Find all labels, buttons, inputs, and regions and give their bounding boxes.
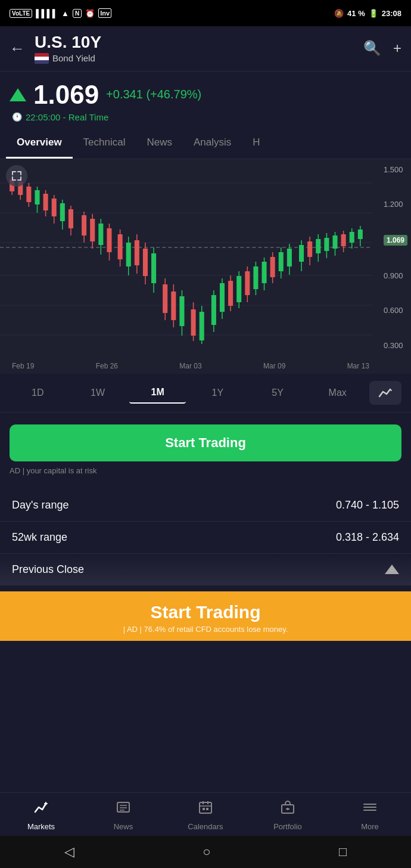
system-home-button[interactable]: ○ — [203, 844, 210, 860]
svg-rect-44 — [171, 292, 176, 320]
nav-more[interactable]: More — [346, 799, 394, 831]
stat-52wk-range: 52wk range 0.318 - 2.634 — [0, 522, 411, 554]
nav-calendars[interactable]: Calendars — [182, 799, 229, 831]
news-icon — [115, 799, 132, 820]
timestamp-text: 22:05:00 - Real Time — [26, 112, 108, 122]
status-left: VoLTE ▌▌▌▌ ▲ N ⏰ Inv — [10, 8, 111, 18]
time-1w-button[interactable]: 1W — [70, 383, 126, 403]
chart-expand-button[interactable] — [6, 165, 27, 187]
svg-line-87 — [390, 389, 391, 390]
instrument-type: Bond Yield — [52, 53, 95, 63]
tab-news[interactable]: News — [136, 128, 183, 159]
svg-rect-72 — [299, 245, 304, 262]
nav-markets[interactable]: Markets — [17, 799, 65, 831]
svg-rect-94 — [200, 802, 211, 813]
clock: 23:08 — [382, 9, 401, 18]
ad-banner-subtitle: | AD | 76.4% of retail CFD accounts lose… — [10, 625, 401, 634]
svg-rect-56 — [228, 281, 233, 306]
news-label: News — [114, 822, 133, 831]
svg-rect-18 — [52, 199, 57, 216]
date-label-mar09: Mar 09 — [263, 362, 285, 370]
tab-overview[interactable]: Overview — [6, 128, 73, 159]
current-price-tag: 1.069 — [384, 235, 407, 246]
tab-bar: Overview Technical News Analysis H — [0, 128, 411, 159]
svg-rect-70 — [287, 249, 292, 266]
add-button[interactable]: + — [393, 40, 401, 57]
price-row: 1.069 +0.341 (+46.79%) — [10, 80, 401, 110]
instrument-subtitle: Bond Yield — [35, 53, 354, 64]
status-right: 🔕 41 % 🔋 23:08 — [334, 9, 401, 18]
price-label-1500: 1.500 — [384, 165, 407, 174]
svg-rect-60 — [245, 271, 250, 295]
chart-type-button[interactable] — [369, 381, 401, 405]
svg-rect-26 — [90, 219, 95, 241]
tab-h[interactable]: H — [242, 128, 270, 159]
system-recent-button[interactable]: □ — [339, 844, 347, 860]
svg-rect-54 — [220, 283, 225, 312]
trading-disclaimer: AD | your capital is at risk — [10, 461, 401, 478]
svg-rect-28 — [98, 224, 103, 245]
calendars-icon — [197, 799, 214, 820]
svg-rect-32 — [118, 234, 123, 259]
svg-rect-36 — [135, 240, 139, 265]
svg-rect-16 — [43, 194, 48, 210]
days-range-value: 0.740 - 1.105 — [336, 499, 399, 512]
chart-price-labels: 1.500 1.200 1.069 0.900 0.600 0.300 — [384, 159, 407, 356]
flag-icon — [35, 53, 49, 64]
svg-rect-50 — [200, 312, 204, 340]
search-button[interactable]: 🔍 — [363, 40, 381, 57]
stat-days-range: Day's range 0.740 - 1.105 — [0, 489, 411, 522]
mute-icon: 🔕 — [334, 9, 344, 18]
alarm-icon: ⏰ — [85, 9, 95, 18]
start-trading-button[interactable]: Start Trading — [10, 424, 401, 461]
ad-banner-title: Start Trading — [10, 602, 401, 622]
svg-rect-12 — [26, 187, 31, 202]
svg-rect-46 — [179, 296, 184, 326]
time-1m-button[interactable]: 1M — [129, 382, 186, 404]
svg-rect-52 — [211, 295, 216, 325]
svg-rect-78 — [324, 238, 329, 251]
start-trading-section: Start Trading AD | your capital is at ri… — [0, 413, 411, 483]
price-up-arrow-icon — [10, 88, 26, 101]
svg-rect-20 — [60, 203, 65, 221]
more-label: More — [361, 822, 379, 831]
system-back-button[interactable]: ◁ — [64, 844, 74, 860]
svg-rect-98 — [203, 808, 205, 810]
tab-analysis[interactable]: Analysis — [183, 128, 242, 159]
svg-rect-68 — [279, 252, 284, 271]
price-timestamp: 🕐 22:05:00 - Real Time — [10, 112, 401, 122]
svg-rect-24 — [82, 215, 86, 235]
time-max-button[interactable]: Max — [309, 383, 366, 403]
back-button[interactable]: ← — [10, 41, 25, 56]
tab-technical[interactable]: Technical — [73, 128, 136, 159]
date-label-feb26: Feb 26 — [96, 362, 118, 370]
date-label-mar13: Mar 13 — [347, 362, 369, 370]
chevron-up-icon — [385, 565, 399, 574]
52wk-range-label: 52wk range — [12, 531, 67, 544]
chart-date-labels: Feb 19 Feb 26 Mar 03 Mar 09 Mar 13 — [12, 362, 369, 370]
price-change: +0.341 (+46.79%) — [106, 88, 201, 101]
52wk-range-value: 0.318 - 2.634 — [336, 531, 399, 544]
stat-previous-close[interactable]: Previous Close — [0, 554, 411, 585]
current-price: 1.069 — [33, 80, 99, 110]
price-label-0600: 0.600 — [384, 306, 407, 315]
svg-rect-58 — [236, 276, 241, 302]
ad-banner[interactable]: Start Trading | AD | 76.4% of retail CFD… — [0, 591, 411, 641]
price-chart[interactable]: 1.500 1.200 1.069 0.900 0.600 0.300 Feb … — [0, 159, 411, 374]
svg-rect-76 — [316, 239, 320, 253]
stats-section: Day's range 0.740 - 1.105 52wk range 0.3… — [0, 483, 411, 591]
nav-news[interactable]: News — [99, 799, 147, 831]
date-label-feb19: Feb 19 — [12, 362, 34, 370]
date-label-mar03: Mar 03 — [179, 362, 201, 370]
nav-portfolio[interactable]: Portfolio — [264, 799, 312, 831]
status-bar: VoLTE ▌▌▌▌ ▲ N ⏰ Inv 🔕 41 % 🔋 23:08 — [0, 0, 411, 26]
system-navigation: ◁ ○ □ — [0, 836, 411, 868]
time-5y-button[interactable]: 5Y — [250, 383, 306, 403]
svg-rect-80 — [332, 235, 337, 249]
svg-rect-74 — [307, 241, 312, 257]
svg-rect-62 — [253, 266, 258, 289]
time-1y-button[interactable]: 1Y — [189, 383, 246, 403]
svg-rect-38 — [143, 249, 148, 276]
time-1d-button[interactable]: 1D — [10, 383, 66, 403]
nfc-icon: N — [73, 9, 82, 18]
